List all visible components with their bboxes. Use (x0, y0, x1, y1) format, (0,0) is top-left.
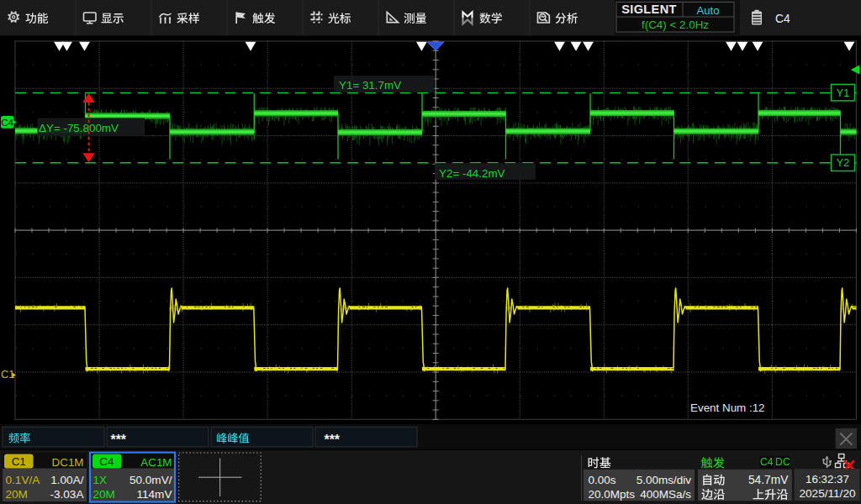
svg-text:Y2: Y2 (837, 157, 849, 169)
svg-text:C4: C4 (1, 117, 13, 128)
svg-text:-3.03A: -3.03A (50, 488, 84, 501)
svg-text:f(C4) < 2.0Hz: f(C4) < 2.0Hz (642, 18, 709, 31)
svg-text:5.00ms/div: 5.00ms/div (637, 474, 692, 486)
svg-text:Auto: Auto (696, 4, 719, 17)
svg-text:16:32:37: 16:32:37 (806, 473, 849, 486)
svg-text:SIGLENT: SIGLENT (621, 3, 677, 16)
svg-text:C4: C4 (760, 456, 774, 468)
svg-text:54.7mV: 54.7mV (748, 474, 789, 486)
svg-text:1.00A/: 1.00A/ (50, 474, 84, 486)
svg-text:DC: DC (775, 456, 790, 468)
svg-text:Y1: Y1 (837, 87, 849, 99)
svg-text:C1: C1 (12, 455, 26, 468)
svg-text:400MSa/s: 400MSa/s (640, 488, 691, 501)
svg-text:***: *** (111, 433, 127, 447)
svg-text:***: *** (325, 433, 341, 447)
svg-text:Y1= 31.7mV: Y1= 31.7mV (339, 79, 401, 92)
svg-text:20M: 20M (6, 488, 28, 501)
svg-text:0.00s: 0.00s (589, 474, 616, 486)
svg-text:114mV: 114mV (136, 488, 172, 501)
svg-text:0.1V/A: 0.1V/A (6, 474, 41, 486)
svg-text:1X: 1X (93, 474, 108, 486)
svg-text:ΔY= -75.800mV: ΔY= -75.800mV (39, 122, 119, 134)
svg-text:AC1M: AC1M (140, 456, 172, 469)
svg-text:DC1M: DC1M (52, 456, 84, 469)
svg-text:2025/11/20: 2025/11/20 (799, 487, 855, 500)
svg-text:Event Num :12: Event Num :12 (690, 402, 765, 414)
svg-text:50.0mV/: 50.0mV/ (129, 474, 172, 486)
svg-text:20.0Mpts: 20.0Mpts (589, 488, 636, 501)
svg-text:C4: C4 (775, 13, 790, 25)
svg-text:Y2= -44.2mV: Y2= -44.2mV (439, 167, 505, 180)
svg-text:20M: 20M (93, 488, 115, 501)
svg-text:C4: C4 (99, 455, 114, 468)
